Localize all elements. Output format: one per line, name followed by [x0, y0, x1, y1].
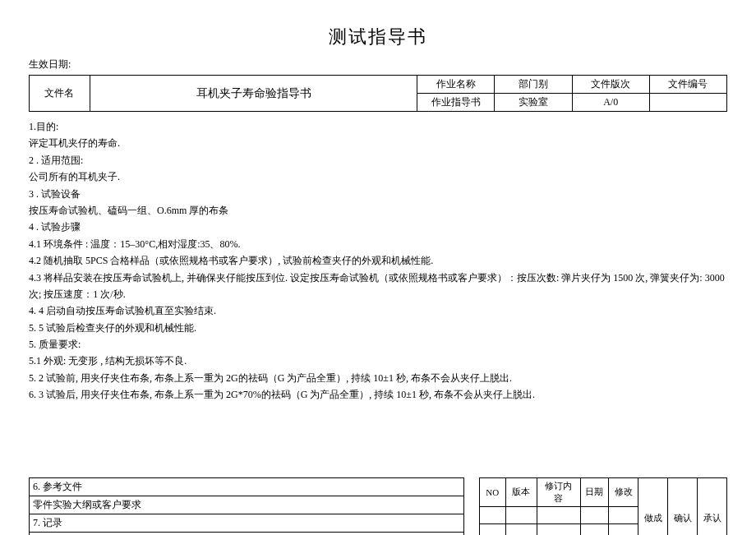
section-5-2: 5. 2 试验前, 用夹仔夹住布条, 布条上系一重为 2G的祛码（G 为产品全重…: [29, 370, 727, 386]
section-4-5: 5. 5 试验后检查夹仔的外观和机械性能.: [29, 320, 727, 336]
job-form-value: 作业指导书: [417, 94, 495, 112]
document-body: 1.目的: 评定耳机夹仔的寿命. 2 . 适用范围: 公司所有的耳机夹子. 3 …: [29, 118, 727, 404]
section-5-3: 6. 3 试验后, 用夹仔夹住布条, 布条上系一重为 2G*70%的祛码（G 为…: [29, 386, 727, 403]
section-2-heading: 2 . 适用范围:: [29, 152, 727, 168]
section-5-heading: 5. 质量要求:: [29, 336, 727, 353]
section-4-heading: 4 . 试验步骤: [29, 219, 727, 235]
effective-date-label: 生效日期:: [29, 58, 727, 71]
revision-table: NO 版本 修订内容 日期 修改 做成 确认 承认: [479, 477, 727, 535]
rev-header-content: 修订内容: [537, 477, 580, 506]
ref-row-2: 零件实验大纲或客户要求: [30, 496, 464, 514]
section-1-text: 评定耳机夹仔的寿命.: [29, 135, 727, 151]
filename-value: 耳机夹子寿命验指导书: [90, 76, 417, 112]
rev-header-modify: 修改: [609, 477, 638, 506]
reference-table: 6. 参考文件 零件实验大纲或客户要求 7. 记录 «RTC 试验报告》: [29, 477, 464, 535]
filename-label: 文件名: [30, 76, 90, 112]
dept-label: 部门别: [495, 76, 572, 94]
docno-value: [649, 94, 726, 112]
section-3-text: 按压寿命试验机、磕码一组、O.6mm 厚的布条: [29, 202, 727, 219]
document-title: 测试指导书: [29, 25, 727, 49]
rev-header-make: 做成: [638, 477, 668, 535]
section-4-4: 4. 4 启动自动按压寿命试验机直至实验结束.: [29, 302, 727, 319]
rev-header-date: 日期: [580, 477, 609, 506]
job-name-label: 作业名称: [417, 76, 495, 94]
dept-value: 实验室: [495, 94, 572, 112]
section-4-1: 4.1 环境条件 : 温度：15–30°C,相对湿度:35、80%.: [29, 236, 727, 252]
rev-header-approve: 承认: [698, 477, 727, 535]
section-4-3: 4.3 将样品安装在按压寿命试验机上, 并确保夹仔能按压到位. 设定按压寿命试验…: [29, 270, 727, 303]
version-label: 文件版次: [572, 76, 649, 94]
section-2-text: 公司所有的耳机夹子.: [29, 168, 727, 185]
rev-header-confirm: 确认: [668, 477, 698, 535]
ref-row-3: 7. 记录: [30, 514, 464, 532]
section-5-1: 5.1 外观: 无变形 , 结构无损坏等不良.: [29, 353, 727, 369]
ref-row-4: «RTC 试验报告》: [30, 532, 464, 535]
header-info-table: 文件名 耳机夹子寿命验指导书 作业名称 部门别 文件版次 文件编号 作业指导书 …: [29, 75, 727, 112]
section-1-heading: 1.目的:: [29, 118, 727, 135]
docno-label: 文件编号: [649, 76, 726, 94]
rev-header-version: 版本: [505, 477, 537, 506]
section-3-heading: 3 . 试验设备: [29, 186, 727, 202]
section-4-2: 4.2 随机抽取 5PCS 合格样品（或依照规格书或客户要求）, 试验前检查夹仔…: [29, 252, 727, 269]
rev-header-no: NO: [480, 477, 506, 506]
ref-row-1: 6. 参考文件: [30, 477, 464, 496]
version-value: A/0: [572, 94, 649, 112]
